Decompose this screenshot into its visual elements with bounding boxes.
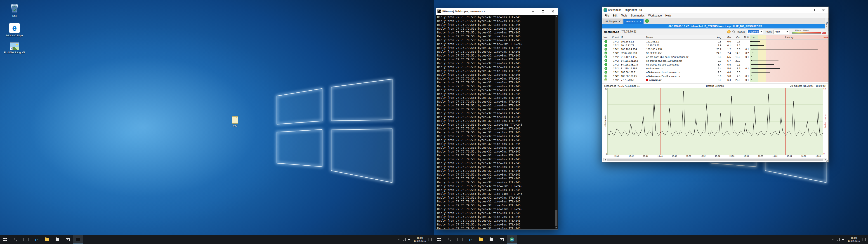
- trace-row[interactable]: 4174292.62.238.25392.62.238.25324.07.414…: [602, 51, 829, 55]
- min-cell: 7.4: [723, 52, 732, 55]
- recycle-bin-shortcut[interactable]: Koš: [3, 3, 26, 18]
- cmd-titlebar[interactable]: C:\ Příkazový řádek - ping seznam.cz -t: [436, 8, 558, 15]
- menu-summaries[interactable]: Summaries: [629, 13, 647, 18]
- taskbar-cmd-button-active[interactable]: C:\: [73, 235, 83, 244]
- hop-file-shortcut[interactable]: hop: [228, 116, 242, 127]
- action-center-icon[interactable]: [429, 238, 432, 241]
- header-name[interactable]: Name: [645, 36, 712, 39]
- header-avg[interactable]: Avg: [712, 36, 723, 39]
- menu-file[interactable]: File: [603, 13, 611, 18]
- taskbar-edge-button-2[interactable]: e: [465, 235, 475, 244]
- focus-dropdown[interactable]: Auto: [774, 30, 789, 34]
- pp-minimize-button[interactable]: [799, 7, 809, 13]
- ip-cell: 10.15.72.77: [620, 44, 645, 47]
- trace-row[interactable]: 11742192.168.1.1192.168.1.10.80.00.6: [602, 39, 829, 43]
- cmd-window[interactable]: C:\ Příkazový řádek - ping seznam.cz -t …: [436, 8, 558, 230]
- taskbar-store-button[interactable]: [52, 235, 62, 244]
- trace-row[interactable]: 11174277.75.79.53seznam.cz8.96.422.00.1: [602, 78, 829, 82]
- tab-close-icon[interactable]: [619, 21, 620, 22]
- latency-graph-cell: [750, 70, 829, 74]
- alerts-side-tab[interactable]: Alerts: [825, 18, 829, 31]
- taskbar-mail-button-2[interactable]: [496, 235, 507, 244]
- tray-chevron-up-icon[interactable]: [832, 239, 834, 241]
- task-view-button[interactable]: [21, 235, 31, 244]
- trace-row[interactable]: 2174210.15.72.7710.15.72.772.90.11.3: [602, 43, 829, 47]
- header-pl[interactable]: PL%: [742, 36, 750, 39]
- search-icon: [14, 238, 17, 241]
- trace-row[interactable]: 101742185.66.188.25n7k-ko-a-vdc-2-po3.se…: [602, 74, 829, 78]
- edge-desktop-shortcut[interactable]: e Microsoft Edge: [3, 23, 26, 37]
- trace-row[interactable]: 7174284.116.135.234cz-prg01a-ri1-ae6-0.a…: [602, 63, 829, 66]
- scale-max-label: 1000: [822, 32, 826, 34]
- menu-tools[interactable]: Tools: [619, 13, 629, 18]
- volume-icon[interactable]: [408, 238, 411, 241]
- tab-seznam-cz[interactable]: seznam.cz: [623, 19, 644, 24]
- timeline-scrollbar[interactable]: [603, 158, 827, 161]
- menu-edit[interactable]: Edit: [611, 13, 619, 18]
- photo-viewer-shortcut[interactable]: Prohlížeč fotografií: [3, 42, 26, 54]
- trace-row[interactable]: 8174291.210.16.195nix4.seznam.cz8.45.69.…: [602, 66, 829, 70]
- interval-dropdown[interactable]: 1 second: [747, 30, 763, 34]
- taskbar-search-button[interactable]: [10, 235, 21, 244]
- taskbar-search-button-2[interactable]: [444, 235, 455, 244]
- settings-gear-icon[interactable]: [732, 30, 735, 33]
- cmd-output[interactable]: Reply from 77.75.79.53: bytes=32 time=8m…: [436, 15, 558, 229]
- tray-clock[interactable]: 16:08 19.02.2019: [848, 237, 860, 242]
- taskbar-pingplotter-button-active[interactable]: [507, 235, 517, 244]
- start-button-2[interactable]: [434, 235, 444, 244]
- latency-range-whisker: [752, 53, 828, 53]
- hop-badge: 11: [604, 79, 608, 81]
- header-cur[interactable]: Cur: [732, 36, 742, 39]
- trace-row[interactable]: 6174284.116.131.153cz-prg02a-ra2-xe5-129…: [602, 59, 829, 63]
- latency-time-plot[interactable]: [608, 88, 823, 155]
- taskbar-explorer-button-2[interactable]: [475, 235, 486, 244]
- tray-clock[interactable]: 16:08 19.02.2019: [414, 237, 426, 242]
- timeline-settings-label[interactable]: Default Settings: [640, 85, 790, 87]
- cmd-minimize-button[interactable]: [528, 8, 538, 15]
- time-tick-label: 16:06: [801, 155, 806, 157]
- menu-workspace[interactable]: Workspace: [647, 13, 664, 18]
- header-count[interactable]: Count: [610, 36, 620, 39]
- header-min[interactable]: Min: [723, 36, 732, 39]
- network-icon[interactable]: [837, 238, 839, 241]
- resize-grip[interactable]: [826, 159, 828, 162]
- pp-close-button[interactable]: [818, 7, 829, 13]
- pingplotter-window[interactable]: seznam.cz - PingPlotter Pro File Edit To…: [602, 6, 829, 162]
- tab-all-targets[interactable]: All Targets: [603, 19, 623, 24]
- start-button[interactable]: [0, 235, 10, 244]
- hop-badge: 4: [604, 52, 608, 55]
- action-center-icon[interactable]: [863, 238, 866, 241]
- pp-maximize-button[interactable]: [809, 7, 818, 13]
- taskbar-mail-button[interactable]: [62, 235, 73, 244]
- route-quality-smiley-icon[interactable]: [727, 30, 731, 33]
- scroll-down-arrow-icon[interactable]: [555, 226, 558, 229]
- task-view-button-2[interactable]: [455, 235, 465, 244]
- time-tick-label: 15:52: [701, 155, 706, 157]
- tray-chevron-up-icon[interactable]: [398, 239, 400, 241]
- tab-close-icon[interactable]: [640, 21, 641, 22]
- network-icon[interactable]: [403, 238, 405, 241]
- trace-row[interactable]: 91742185.66.188.7n7k-ko-a-vdc-1-po1.sezn…: [602, 70, 829, 74]
- ping-reply-line: Reply from 77.75.79.53: bytes=32 time=6m…: [437, 203, 554, 207]
- avg-latency-dot: [751, 64, 752, 65]
- pp-titlebar[interactable]: seznam.cz - PingPlotter Pro: [602, 7, 829, 13]
- trace-row[interactable]: 31742100.100.4.254100.100.4.25425.71.23.…: [602, 47, 829, 51]
- header-ip[interactable]: IP: [620, 36, 645, 39]
- min-cell: 5.6: [723, 67, 732, 70]
- timeline-scrollbar-thumb[interactable]: [607, 159, 823, 161]
- taskbar-edge-button[interactable]: e: [31, 235, 41, 244]
- taskbar-explorer-button[interactable]: [41, 235, 52, 244]
- cmd-scrollbar-thumb[interactable]: [555, 210, 557, 226]
- trace-row[interactable]: 51742213.192.1.145cz-pra-pop1-rb1-be10-s…: [602, 55, 829, 59]
- cmd-close-button[interactable]: [548, 8, 558, 15]
- volume-icon[interactable]: [842, 238, 845, 241]
- scroll-left-arrow-icon[interactable]: [603, 159, 607, 161]
- cmd-scrollbar[interactable]: [555, 15, 558, 229]
- scroll-up-arrow-icon[interactable]: [555, 15, 558, 18]
- menu-help[interactable]: Help: [664, 13, 673, 18]
- cmd-maximize-button[interactable]: [538, 8, 548, 15]
- header-hop[interactable]: Hop: [602, 36, 610, 39]
- timeline-range-label[interactable]: 30 minutes (15:38:41 - 16:08:41): [790, 85, 826, 87]
- taskbar-store-button-2[interactable]: [486, 235, 496, 244]
- new-target-tab-button[interactable]: +: [645, 19, 649, 23]
